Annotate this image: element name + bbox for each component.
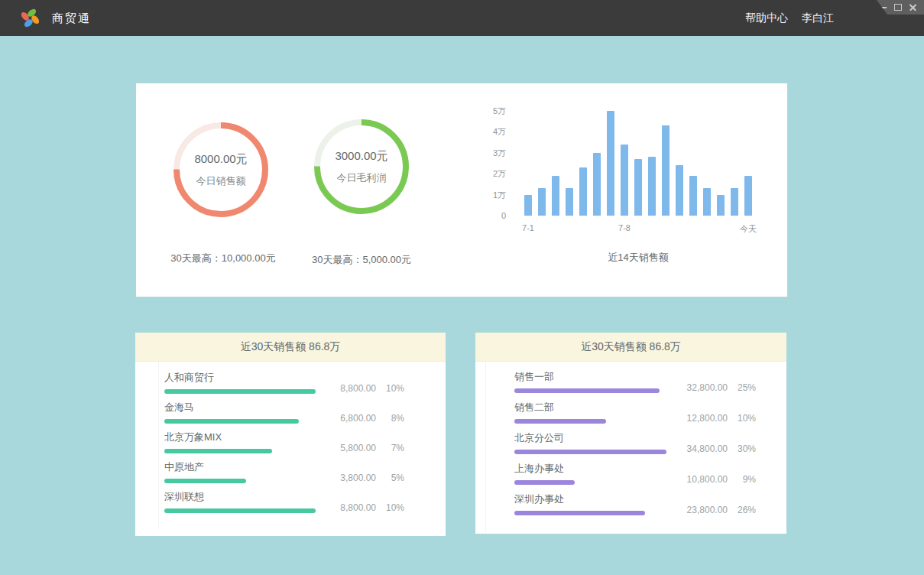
sales-bar: [676, 165, 683, 216]
sales-bar: [524, 195, 532, 216]
ranking-item-bar: [514, 511, 645, 515]
window-controls: [877, 0, 924, 15]
sales-bar: [621, 145, 628, 216]
department-ranking-title: 近30天销售额 86.8万: [475, 333, 786, 362]
bar-chart-bars: [524, 101, 752, 216]
ranking-item-amount: 12,800.00: [687, 413, 728, 424]
today-overview-card: 8000.00元 今日销售额 30天最高：10,000.00元 3000.00元…: [136, 83, 787, 297]
customer-ranking-title: 近30天销售额 86.8万: [135, 333, 446, 362]
ranking-item-value: 8,800.0010%: [340, 502, 404, 513]
ranking-item-value: 6,800.008%: [340, 413, 404, 424]
list-guide-line: [158, 362, 159, 529]
sales-bar: [634, 159, 642, 216]
ranking-item-value: 12,800.0010%: [687, 413, 756, 424]
sales-bar: [689, 176, 697, 216]
today-sales-value: 8000.00元: [194, 152, 247, 167]
sales-bar: [607, 111, 614, 216]
ranking-item-amount: 8,800.00: [340, 383, 376, 394]
ranking-item-bar: [514, 480, 575, 485]
ranking-item-bar: [164, 508, 316, 513]
ranking-item-amount: 6,800.00: [340, 413, 376, 424]
ranking-item-name: 北京分公司: [514, 433, 756, 443]
help-center-link[interactable]: 帮助中心: [745, 0, 788, 36]
titlebar: 商贸通 帮助中心 李白江: [0, 0, 924, 36]
bar-chart-title: 近14天销售额: [608, 251, 668, 265]
sales-bar: [552, 176, 559, 216]
ranking-item-name: 人和商贸行: [164, 372, 404, 383]
sales-bar: [648, 157, 656, 216]
ranking-item-percent: 7%: [376, 443, 404, 453]
minimize-icon[interactable]: [880, 7, 887, 8]
sales-bar: [579, 167, 587, 216]
profit-30day-max: 30天最高：5,000.00元: [285, 253, 438, 267]
maximize-icon[interactable]: [894, 4, 902, 11]
ranking-item-amount: 32,800.00: [687, 382, 728, 393]
department-ranking-card: 近30天销售额 86.8万 销售一部32,800.0025%销售二部12,800…: [475, 333, 786, 534]
ranking-item-amount: 23,800.00: [687, 505, 728, 515]
sales-bar: [731, 188, 738, 216]
ranking-row: 销售一部32,800.0025%: [514, 372, 756, 402]
customer-ranking-card: 近30天销售额 86.8万 人和商贸行8,800.0010%金海马6,800.0…: [135, 333, 446, 536]
ranking-item-bar: [164, 419, 299, 424]
today-profit-gauge: 3000.00元 今日毛利润: [309, 114, 414, 219]
ranking-item-percent: 25%: [728, 382, 756, 393]
sales-bar: [593, 153, 601, 216]
username-menu[interactable]: 李白江: [802, 0, 834, 36]
ranking-row: 金海马6,800.008%: [164, 402, 404, 432]
y-axis-tick: 4万: [474, 127, 506, 137]
ranking-item-bar: [164, 389, 316, 394]
x-axis-label: 7-8: [618, 223, 631, 232]
sales-30day-max: 30天最高：10,000.00元: [147, 252, 300, 265]
ranking-item-bar: [514, 419, 606, 424]
ranking-item-name: 销售一部: [514, 372, 756, 382]
ranking-item-percent: 9%: [728, 474, 756, 485]
ranking-item-name: 销售二部: [514, 402, 756, 413]
sales-bar: [744, 176, 752, 216]
ranking-item-value: 23,800.0026%: [687, 505, 756, 515]
ranking-item-percent: 8%: [376, 413, 404, 424]
department-ranking-list: 销售一部32,800.0025%销售二部12,800.0010%北京分公司34,…: [475, 362, 786, 525]
sales-bar: [703, 188, 711, 216]
sales-bar: [538, 188, 546, 216]
ranking-row: 上海办事处10,800.009%: [514, 463, 756, 494]
ranking-row: 深圳联想8,800.0010%: [164, 492, 404, 521]
ranking-item-percent: 30%: [728, 443, 756, 454]
ranking-row: 人和商贸行8,800.0010%: [164, 372, 404, 402]
ranking-item-percent: 26%: [728, 505, 756, 515]
ranking-item-name: 深圳办事处: [514, 494, 756, 505]
bar-chart-plot-area: 01万2万3万4万5万: [524, 101, 752, 216]
ranking-row: 中原地产3,800.005%: [164, 462, 404, 492]
ranking-item-value: 3,800.005%: [340, 473, 404, 483]
close-icon[interactable]: [909, 4, 917, 11]
x-axis-label: 今天: [740, 223, 757, 235]
ranking-item-name: 金海马: [164, 402, 404, 413]
ranking-item-value: 10,800.009%: [687, 474, 756, 485]
ranking-item-amount: 10,800.00: [687, 474, 728, 485]
ranking-item-name: 上海办事处: [514, 463, 756, 474]
ranking-item-percent: 10%: [376, 383, 404, 394]
ranking-row: 北京分公司34,800.0030%: [514, 433, 756, 463]
today-sales-label: 今日销售额: [196, 174, 246, 188]
ranking-item-value: 32,800.0025%: [687, 382, 756, 393]
ranking-row: 销售二部12,800.0010%: [514, 402, 756, 433]
ranking-item-value: 8,800.0010%: [340, 383, 404, 394]
y-axis-tick: 0: [474, 211, 506, 221]
ranking-item-bar: [164, 479, 246, 483]
ranking-item-percent: 10%: [376, 502, 404, 513]
ranking-item-percent: 5%: [376, 473, 404, 483]
today-profit-value: 3000.00元: [335, 149, 387, 164]
app-logo-pinwheel-icon: [20, 8, 41, 28]
list-guide-line: [485, 362, 486, 532]
ranking-item-amount: 3,800.00: [340, 473, 376, 483]
y-axis-tick: 5万: [474, 106, 506, 116]
ranking-row: 北京万象MIX5,800.007%: [164, 432, 404, 462]
ranking-item-bar: [514, 388, 660, 393]
ranking-item-bar: [514, 450, 666, 454]
ranking-item-amount: 5,800.00: [340, 443, 376, 453]
app-title: 商贸通: [52, 0, 91, 36]
ranking-item-value: 34,800.0030%: [687, 443, 756, 454]
today-profit-label: 今日毛利润: [337, 171, 387, 185]
x-axis-label: 7-1: [522, 223, 534, 232]
ranking-item-name: 深圳联想: [164, 492, 404, 502]
y-axis-tick: 3万: [474, 148, 506, 158]
